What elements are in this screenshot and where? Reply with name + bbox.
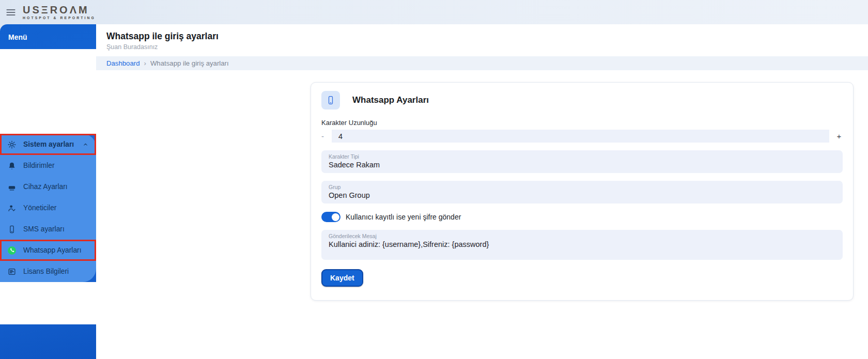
- chart-icon: [41, 282, 51, 291]
- resend-password-label: Kullanıcı kayıtlı ise yeni şifre gönder: [346, 213, 461, 221]
- increment-button[interactable]: +: [835, 132, 843, 140]
- chevron-down-icon: [44, 126, 52, 134]
- whatsapp-settings-card: Whatsapp Ayarları Karakter Uzunluğu - 4 …: [311, 82, 854, 301]
- hamburger-icon[interactable]: [5, 7, 17, 18]
- sidebar-item-label: Raporlar ve Uyarılar: [17, 291, 81, 295]
- sidebar-item-label: Cihaz Ayarları: [23, 183, 91, 191]
- save-button[interactable]: Kaydet: [321, 269, 363, 287]
- sidebar-item-yoneticiler[interactable]: Yöneticiler: [0, 197, 96, 218]
- message-textarea[interactable]: Gönderilecek Mesaj Kullanici adiniz: {us…: [321, 230, 843, 260]
- chevron-down-icon: [44, 84, 52, 91]
- smartphone-icon: [321, 91, 340, 110]
- sidebar-item-lisans-bilgileri[interactable]: Lisans Bilgileri: [0, 261, 96, 282]
- admin-user-icon: [7, 204, 17, 213]
- group-value: Open Group: [329, 191, 835, 199]
- globe-icon: [41, 113, 51, 122]
- sidebar-item-label: Kullanıcı Listeleri: [22, 80, 76, 84]
- sidebar-item-kullanici-listeleri[interactable]: Kullanıcı Listeleri: [0, 70, 96, 91]
- logo-title: USΞROΛM: [23, 5, 96, 15]
- sidebar-item-label: Sistem ayarları: [23, 141, 82, 148]
- sidebar-item-dashboard[interactable]: Dashboard: [0, 49, 96, 70]
- resend-password-row: Kullanıcı kayıtlı ise yeni şifre gönder: [321, 212, 843, 222]
- sidebar-item-label: Bildirimler: [23, 162, 91, 169]
- sidebar: Menü DashboardKullanıcı ListeleriKullanı…: [0, 24, 96, 359]
- group-select[interactable]: Grup Open Group: [321, 181, 843, 204]
- main-content: Whatsapp ile giriş ayarları Şuan Buradas…: [96, 24, 868, 359]
- breadcrumb-dashboard-link[interactable]: Dashboard: [106, 59, 140, 67]
- decrement-button[interactable]: -: [321, 132, 332, 140]
- resend-password-toggle[interactable]: [321, 212, 340, 222]
- sidebar-item-raporlar-ve-uyarilar[interactable]: Raporlar ve Uyarılar: [0, 282, 96, 303]
- char-length-group: Karakter Uzunluğu - 4 +: [321, 119, 843, 143]
- sidebar-item-label: Karşılama Portalı: [22, 122, 76, 126]
- sidebar-item-label: Dashboard: [32, 58, 67, 70]
- sidebar-nav: DashboardKullanıcı ListeleriKullanıcı Yö…: [0, 49, 96, 324]
- sidebar-item-label: SMS ayarları: [23, 225, 91, 233]
- page-header: Whatsapp ile giriş ayarları Şuan Buradas…: [96, 24, 868, 51]
- chevron-up-icon: [82, 141, 89, 148]
- sidebar-item-sms-ayarlari[interactable]: SMS ayarları: [0, 218, 96, 240]
- topbar: USΞROΛM HOTSPOT & REPORTING: [0, 0, 868, 24]
- home-icon: [41, 49, 51, 58]
- sistem-ayarlari-group: Sistem ayarlarıBildirimlerCihaz Ayarları…: [0, 134, 96, 282]
- card-title: Whatsapp Ayarları: [352, 95, 429, 105]
- content-area: Whatsapp Ayarları Karakter Uzunluğu - 4 …: [96, 70, 868, 359]
- sidebar-item-hesap-ayarlari[interactable]: Hesap Ayarları: [0, 303, 96, 324]
- device-icon: [7, 182, 17, 192]
- sidebar-item-label: Hesap Ayarları: [26, 313, 72, 317]
- sidebar-item-kullanici-yonetimi[interactable]: Kullanıcı Yönetimi: [0, 91, 96, 113]
- sidebar-item-cihaz-ayarlari[interactable]: Cihaz Ayarları: [0, 176, 96, 197]
- char-type-value: Sadece Rakam: [329, 161, 835, 169]
- gear-icon: [41, 91, 51, 101]
- char-type-label: Karakter Tipi: [329, 153, 835, 160]
- card-header: Whatsapp Ayarları: [321, 91, 843, 110]
- logo-subtitle: HOTSPOT & REPORTING: [23, 16, 96, 20]
- sidebar-item-sistem-ayarlari[interactable]: Sistem ayarları: [0, 134, 96, 155]
- gear-icon: [7, 140, 17, 149]
- phone-icon: [7, 225, 17, 234]
- bell-icon: [7, 161, 17, 170]
- toggle-knob: [332, 213, 339, 221]
- chevron-down-icon: [44, 317, 52, 324]
- network-icon: [41, 303, 51, 313]
- chevron-down-icon: [44, 295, 52, 303]
- sidebar-item-bildirimler[interactable]: Bildirimler: [0, 155, 96, 176]
- message-label: Gönderilecek Mesaj: [329, 233, 835, 239]
- group-label: Grup: [329, 184, 835, 190]
- char-length-label: Karakter Uzunluğu: [321, 119, 843, 127]
- sidebar-item-karsilama-portali[interactable]: Karşılama Portalı: [0, 113, 96, 134]
- page-subtitle: Şuan Buradasınız: [106, 43, 868, 51]
- breadcrumb-separator: ›: [144, 59, 146, 67]
- char-type-select[interactable]: Karakter Tipi Sadece Rakam: [321, 150, 843, 173]
- chevron-down-icon: [44, 105, 52, 113]
- whatsapp-icon: [7, 246, 17, 255]
- users-icon: [41, 70, 51, 80]
- breadcrumb: Dashboard › Whatsapp ile giriş ayarları: [96, 56, 868, 70]
- sidebar-item-label: Whatsapp Ayarları: [23, 246, 91, 254]
- char-length-stepper: - 4 +: [321, 130, 843, 143]
- license-icon: [7, 267, 17, 276]
- sidebar-item-label: Lisans Bilgileri: [23, 268, 91, 275]
- message-value: Kullanici adiniz: {username},Sifreniz: {…: [329, 240, 835, 248]
- breadcrumb-current: Whatsapp ile giriş ayarları: [150, 59, 229, 67]
- app-logo: USΞROΛM HOTSPOT & REPORTING: [23, 5, 96, 20]
- page-title: Whatsapp ile giriş ayarları: [106, 31, 868, 42]
- sidebar-item-whatsapp-ayarlari[interactable]: Whatsapp Ayarları: [0, 240, 96, 261]
- sidebar-item-label: Yöneticiler: [23, 204, 91, 212]
- sidebar-item-label: Kullanıcı Yönetimi: [21, 101, 78, 105]
- char-length-input[interactable]: 4: [332, 130, 829, 143]
- sidebar-menu-label: Menü: [0, 24, 96, 46]
